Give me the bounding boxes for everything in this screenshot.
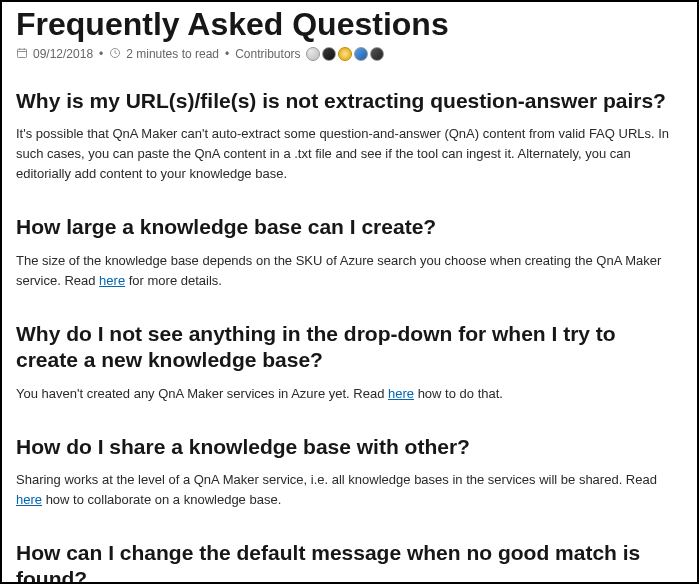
avatar-icon[interactable] bbox=[354, 47, 368, 61]
here-link[interactable]: here bbox=[16, 492, 42, 507]
faq-answer-text-pre: You haven't created any QnA Maker servic… bbox=[16, 386, 388, 401]
avatar-icon[interactable] bbox=[306, 47, 320, 61]
faq-answer-text: It's possible that QnA Maker can't auto-… bbox=[16, 126, 669, 181]
faq-question: How large a knowledge base can I create? bbox=[16, 214, 683, 240]
faq-question: How can I change the default message whe… bbox=[16, 540, 683, 584]
meta-date: 09/12/2018 bbox=[33, 47, 93, 61]
faq-answer: You haven't created any QnA Maker servic… bbox=[16, 384, 683, 404]
page-title: Frequently Asked Questions bbox=[16, 6, 683, 43]
meta-separator: • bbox=[99, 47, 103, 61]
avatar-icon[interactable] bbox=[338, 47, 352, 61]
svg-line-6 bbox=[115, 53, 117, 54]
faq-answer: The size of the knowledge base depends o… bbox=[16, 251, 683, 291]
faq-question: Why do I not see anything in the drop-do… bbox=[16, 321, 683, 374]
faq-question: Why is my URL(s)/file(s) is not extracti… bbox=[16, 88, 683, 114]
avatar-icon[interactable] bbox=[322, 47, 336, 61]
here-link[interactable]: here bbox=[388, 386, 414, 401]
meta-readtime: 2 minutes to read bbox=[126, 47, 219, 61]
calendar-icon bbox=[16, 47, 28, 62]
here-link[interactable]: here bbox=[99, 273, 125, 288]
meta-separator: • bbox=[225, 47, 229, 61]
contributors-list bbox=[306, 47, 384, 61]
faq-question: How do I share a knowledge base with oth… bbox=[16, 434, 683, 460]
meta-bar: 09/12/2018 • 2 minutes to read • Contrib… bbox=[16, 47, 683, 62]
faq-answer-text-post: how to do that. bbox=[414, 386, 503, 401]
clock-icon bbox=[109, 47, 121, 62]
faq-answer-text-post: for more details. bbox=[125, 273, 222, 288]
svg-rect-0 bbox=[18, 49, 27, 57]
avatar-icon[interactable] bbox=[370, 47, 384, 61]
faq-answer-text-pre: Sharing works at the level of a QnA Make… bbox=[16, 472, 657, 487]
faq-answer: It's possible that QnA Maker can't auto-… bbox=[16, 124, 683, 184]
document-frame: Frequently Asked Questions 09/12/2018 • … bbox=[0, 0, 699, 584]
meta-contributors-label: Contributors bbox=[235, 47, 300, 61]
faq-answer-text-post: how to collaborate on a knowledge base. bbox=[42, 492, 281, 507]
faq-answer: Sharing works at the level of a QnA Make… bbox=[16, 470, 683, 510]
